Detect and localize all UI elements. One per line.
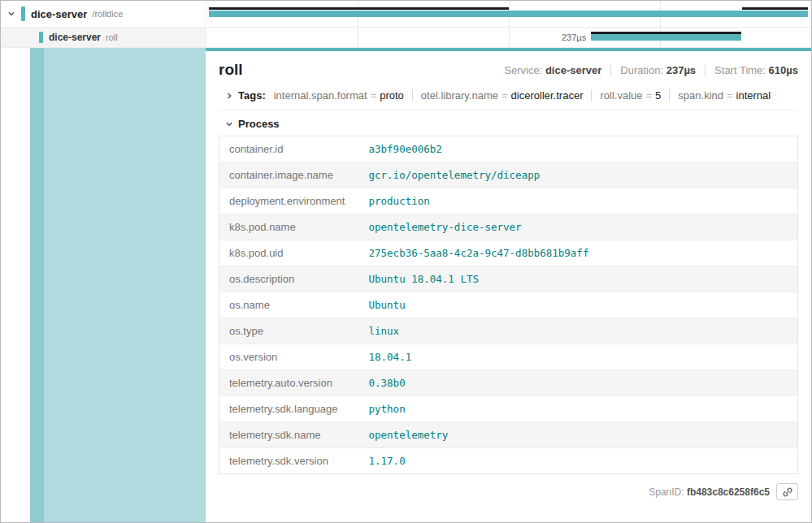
- service-name: dice-server: [49, 32, 101, 43]
- process-key: k8s.pod.uid: [219, 240, 359, 266]
- overview-item: Service: dice-server: [504, 64, 601, 76]
- span-accent-strip: [30, 48, 44, 522]
- span-color-strip: [39, 32, 43, 43]
- process-row[interactable]: container.ida3bf90e006b2: [219, 136, 798, 162]
- process-label: Process: [238, 118, 280, 130]
- service-name: dice-server: [31, 8, 87, 20]
- process-value: opentelemetry-dice-server: [359, 214, 798, 240]
- process-value: Ubuntu: [359, 292, 798, 318]
- span-accent-block: [44, 48, 206, 522]
- span-tree-cell-roll[interactable]: dice-server roll: [1, 28, 206, 47]
- span-id: SpanID: fb483c8c6258f6c5: [649, 486, 770, 498]
- critical-path-segment: [591, 32, 741, 34]
- span-bar[interactable]: [591, 34, 741, 41]
- process-row[interactable]: container.image.namegcr.io/opentelemetry…: [219, 162, 798, 188]
- process-accordion[interactable]: Process: [219, 118, 798, 130]
- process-row[interactable]: os.nameUbuntu: [219, 292, 798, 318]
- critical-path-segment: [209, 7, 509, 10]
- span-id-label: SpanID:: [649, 486, 684, 498]
- process-key: telemetry.sdk.name: [219, 422, 359, 448]
- process-row[interactable]: os.descriptionUbuntu 18.04.1 LTS: [219, 266, 798, 292]
- trace-timeline-view: dice-server /rolldice dice-server roll 2…: [0, 0, 812, 523]
- operation-name: roll: [106, 32, 118, 42]
- process-value: python: [359, 396, 798, 422]
- span-detail-indent: [1, 48, 206, 522]
- span-detail-footer: SpanID: fb483c8c6258f6c5: [219, 483, 798, 500]
- span-detail-panel: roll Service: dice-serverDuration: 237µs…: [206, 48, 811, 522]
- process-row[interactable]: telemetry.sdk.languagepython: [219, 396, 798, 422]
- chevron-right-icon: [225, 92, 233, 100]
- link-icon: [782, 486, 793, 498]
- span-detail-row: roll Service: dice-serverDuration: 237µs…: [1, 48, 811, 522]
- process-row[interactable]: os.typelinux: [219, 318, 798, 344]
- span-tree-cell-rolldice[interactable]: dice-server /rolldice: [1, 1, 206, 27]
- timeline-gridline: [358, 28, 358, 47]
- timeline-gridline: [509, 28, 510, 47]
- span-row-rolldice[interactable]: dice-server /rolldice: [1, 1, 811, 28]
- span-id-value: fb483c8c6258f6c5: [687, 486, 770, 498]
- process-table: container.ida3bf90e006b2container.image.…: [219, 136, 798, 474]
- critical-path-segment: [742, 7, 808, 10]
- tags-summary: internal.span.format=protootel.library.n…: [274, 89, 771, 102]
- tags-accordion[interactable]: Tags: internal.span.format=protootel.lib…: [219, 85, 798, 110]
- chevron-down-icon[interactable]: [7, 10, 15, 18]
- process-value: gcr.io/opentelemetry/diceapp: [359, 162, 798, 188]
- overview-item: Start Time: 610µs: [705, 64, 798, 76]
- process-row[interactable]: k8s.pod.nameopentelemetry-dice-server: [219, 214, 798, 240]
- process-key: telemetry.auto.version: [219, 370, 359, 396]
- process-row[interactable]: k8s.pod.uid275ecb36-5aa8-4c2a-9c47-d8bb6…: [219, 240, 798, 266]
- chevron-down-icon: [225, 120, 233, 128]
- process-key: os.description: [219, 266, 359, 292]
- tag-item: internal.span.format=proto: [274, 89, 404, 102]
- process-value: Ubuntu 18.04.1 LTS: [359, 266, 798, 292]
- span-overview: Service: dice-serverDuration: 237µsStart…: [504, 64, 798, 76]
- process-value: production: [359, 188, 798, 214]
- span-duration-label: 237µs: [562, 32, 591, 42]
- tag-item: roll.value=5: [591, 89, 661, 102]
- span-row-roll[interactable]: dice-server roll 237µs: [1, 28, 811, 48]
- process-row[interactable]: deployment.environmentproduction: [219, 188, 798, 214]
- span-title: roll: [219, 61, 243, 79]
- deep-link-button[interactable]: [776, 483, 798, 500]
- timeline-row-roll[interactable]: 237µs: [206, 28, 811, 47]
- process-value: 275ecb36-5aa8-4c2a-9c47-d8bb681b9aff: [359, 240, 798, 266]
- span-color-strip: [21, 6, 25, 21]
- process-value: 0.38b0: [359, 370, 798, 396]
- operation-name: /rolldice: [92, 9, 123, 19]
- process-row[interactable]: telemetry.sdk.version1.17.0: [219, 448, 798, 474]
- process-key: telemetry.sdk.version: [219, 448, 359, 474]
- span-detail-header: roll Service: dice-serverDuration: 237µs…: [219, 61, 798, 79]
- overview-item: Duration: 237µs: [610, 64, 696, 76]
- process-value: linux: [359, 318, 798, 344]
- tags-label: Tags:: [238, 89, 266, 102]
- process-row[interactable]: os.version18.04.1: [219, 344, 798, 370]
- tag-item: span.kind=internal: [669, 89, 771, 102]
- process-key: telemetry.sdk.language: [219, 396, 359, 422]
- process-key: os.name: [219, 292, 359, 318]
- process-value: 1.17.0: [359, 448, 798, 474]
- timeline-row-rolldice[interactable]: [206, 1, 811, 27]
- process-key: os.type: [219, 318, 359, 344]
- process-key: deployment.environment: [219, 188, 359, 214]
- process-value: opentelemetry: [359, 422, 798, 448]
- process-row[interactable]: telemetry.auto.version0.38b0: [219, 370, 798, 396]
- process-value: a3bf90e006b2: [359, 136, 798, 162]
- process-key: os.version: [219, 344, 359, 370]
- span-bar[interactable]: [209, 11, 808, 17]
- process-row[interactable]: telemetry.sdk.nameopentelemetry: [219, 422, 798, 448]
- tag-item: otel.library.name=diceroller.tracer: [412, 89, 584, 102]
- process-key: container.image.name: [219, 162, 359, 188]
- process-key: k8s.pod.name: [219, 214, 359, 240]
- process-key: container.id: [219, 136, 359, 162]
- process-value: 18.04.1: [359, 344, 798, 370]
